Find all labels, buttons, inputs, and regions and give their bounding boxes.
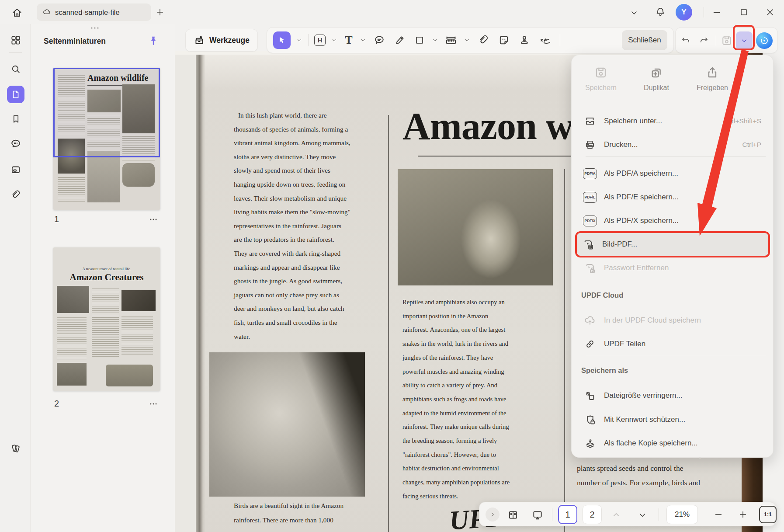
heading-tool-chevron[interactable] [331,37,337,43]
avatar[interactable]: Y [676,4,692,21]
menu-item-protect-password[interactable]: Mit Kennwort schützen... [578,408,767,431]
zoom-out-button[interactable] [713,509,724,520]
link-icon [584,338,596,350]
duplicate-icon [649,66,663,80]
close-edit-button[interactable]: Schließen [622,30,667,50]
menu-quick-duplicate[interactable]: Duplikat [629,66,683,92]
menu-item-label: Als PDF/X speichern... [604,216,679,225]
menu-item-flatten-copy[interactable]: Als flache Kopie speichern... [578,431,767,455]
comment-tool-icon [373,34,385,46]
menu-item-save-pdfe[interactable]: PDF/E Als PDF/E speichern... [578,185,767,209]
text-tool-chevron[interactable] [360,37,366,43]
save-button[interactable] [720,34,733,47]
comment-tool-button[interactable] [372,33,387,48]
chevron-right-icon [489,511,496,518]
thumb1-viewport-rect[interactable] [53,68,160,157]
sidebar-item-theme[interactable] [10,442,22,455]
annotation-card-icon [10,164,21,175]
menu-item-image-pdf[interactable]: Bild-PDF... [575,231,770,257]
document-tab[interactable]: scanned-sample-file [37,3,151,21]
chevron-down-icon [638,510,647,520]
presentation-button[interactable] [531,508,544,522]
actual-size-button[interactable]: 1:1 [759,506,777,523]
new-tab-button[interactable] [154,6,166,18]
menu-item-print[interactable]: Drucken... Ctrl+P [578,133,767,156]
stamp-icon [518,34,531,46]
measure-tool-chevron[interactable] [464,37,470,43]
measure-tool-button[interactable] [444,33,458,48]
shape-tool-button[interactable] [413,34,426,47]
attachment-tool-button[interactable] [476,33,491,48]
menu-item-remove-password[interactable]: Passwort Entfernen [578,256,767,280]
expand-bar-button[interactable] [486,508,500,522]
text-tool-button[interactable]: T [343,34,354,47]
menu-item-save-pdfx[interactable]: PDF/X Als PDF/X speichern... [578,209,767,233]
menu-item-label: UPDF Teilen [604,340,645,348]
menu-item-save-pdfa[interactable]: PDF/A Als PDF/A speichern... [578,162,767,185]
sidebar-item-annotations[interactable] [10,163,22,176]
plus-icon [155,7,165,17]
heading-tool-button[interactable]: H [314,35,326,46]
undo-button[interactable] [680,35,691,46]
signature-tool-button[interactable] [538,33,554,48]
updf-window: scanned-sample-file Y [0,0,784,532]
panel-drag-handle[interactable] [87,25,102,31]
page-button-2[interactable]: 2 [583,505,602,524]
column-divider-right [564,169,565,532]
page-thumbnail-2[interactable]: A treasure trove of natural life. Amazon… [53,247,160,391]
werkzeuge-label: Werkzeuge [209,36,250,45]
previous-page-button[interactable] [611,509,622,521]
menu-quick-save[interactable]: Speichern [574,66,628,92]
image-pdf-icon [583,239,594,250]
sidebar-item-apps[interactable] [10,34,22,46]
home-button[interactable] [9,4,25,21]
next-page-button[interactable] [637,509,648,521]
toolbar-divider [716,35,716,46]
quick-save-label: Speichern [585,84,617,92]
select-tool-button[interactable] [273,31,291,49]
menu-item-label: Als PDF/E speichern... [604,193,679,202]
sidebar-item-search[interactable] [10,63,22,75]
sticker-tool-button[interactable] [496,33,511,48]
pin-panel-button[interactable] [147,34,160,47]
select-tool-chevron[interactable] [296,37,302,43]
sticker-icon [498,34,510,46]
sidebar-item-comments[interactable] [9,137,22,150]
menu-item-cloud-save[interactable]: In der UPDF Cloud speichern [578,309,767,332]
page-button-1[interactable]: 1 [558,505,577,524]
two-page-view-button[interactable] [506,508,520,522]
presentation-icon [532,509,543,521]
thumb2-parrot-photo [57,286,89,313]
page-thumbnail-1[interactable]: Amazon wildlife [53,68,160,210]
thumb1-options-button[interactable] [147,216,160,223]
ellipsis-icon [88,26,101,30]
redo-button[interactable] [698,35,710,46]
minimize-button[interactable] [711,6,723,18]
page-2-label: 2 [590,510,594,520]
werkzeuge-button[interactable]: Werkzeuge [185,29,258,52]
stamp-tool-button[interactable] [517,33,532,48]
text-glyph: T [345,34,352,47]
pen-tool-button[interactable] [392,33,407,48]
menu-item-reduce-size[interactable]: Dateigröße verringern... [578,384,767,407]
shape-tool-chevron[interactable] [432,37,438,43]
thumb1-owl-round-photo [122,163,155,187]
close-window-button[interactable] [764,6,776,18]
window-menu-chevron[interactable] [628,7,640,18]
zoom-in-button[interactable] [737,509,749,520]
menu-item-save-as[interactable]: Speichern unter... Ctrl+Shift+S [578,109,767,133]
sidebar-item-bookmarks[interactable] [10,113,22,125]
menu-quick-share[interactable]: Freigeben [685,66,739,92]
menu-section-save-as: Speichern als [581,366,628,375]
thumb2-options-button[interactable] [147,400,160,407]
ai-assistant-button[interactable] [756,32,773,49]
ai-swirl-icon [759,35,770,46]
quick-duplicate-label: Duplikat [644,84,669,92]
sidebar-item-attachments[interactable] [10,189,22,201]
sidebar-item-thumbnails[interactable] [7,86,24,103]
zoom-level-field[interactable]: 21% [666,505,698,524]
menu-item-updf-share[interactable]: UPDF Teilen [578,332,767,356]
scan-backdrop [175,51,199,532]
maximize-button[interactable] [738,6,750,18]
notifications-button[interactable] [654,5,667,18]
